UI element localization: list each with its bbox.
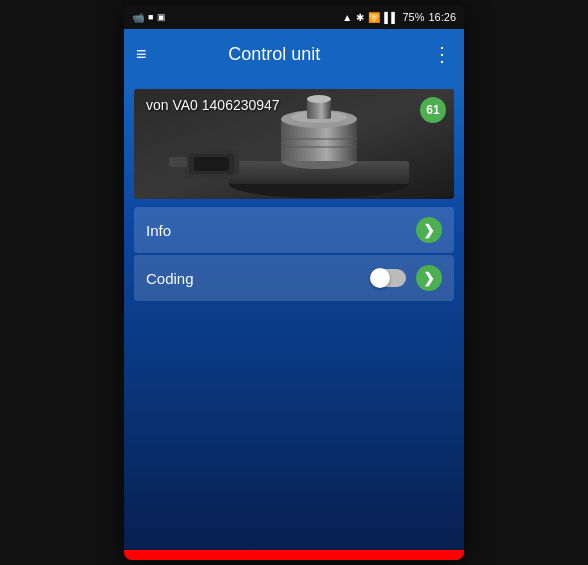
app-bar: ≡ Control unit ⋮ — [124, 29, 464, 79]
more-options-icon[interactable]: ⋮ — [432, 42, 452, 66]
hdmi-icon: ▣ — [157, 12, 166, 22]
toggle-knob — [370, 268, 390, 288]
info-label: Info — [146, 222, 416, 239]
status-bar-right: ▲ ✱ 🛜 ▌▌ 75% 16:26 — [342, 11, 456, 23]
content-area: von VA0 1406230947 61 Info ❯ Coding ❯ — [124, 79, 464, 550]
svg-rect-13 — [194, 157, 229, 171]
camera-icon: ■ — [148, 12, 153, 22]
info-menu-item[interactable]: Info ❯ — [134, 207, 454, 253]
bluetooth-icon: ✱ — [356, 12, 364, 23]
status-bar-left: 📹 ■ ▣ — [132, 12, 166, 23]
coding-label: Coding — [146, 270, 372, 287]
coding-toggle[interactable] — [372, 269, 406, 287]
svg-rect-14 — [169, 157, 187, 167]
toggle-switch[interactable] — [372, 269, 406, 287]
app-bar-title: Control unit — [129, 44, 420, 65]
device-label: von VA0 1406230947 — [146, 97, 280, 113]
status-bar: 📹 ■ ▣ ▲ ✱ 🛜 ▌▌ 75% 16:26 — [124, 5, 464, 29]
clock: 16:26 — [428, 11, 456, 23]
network-bars: ▌▌ — [384, 12, 398, 23]
coding-menu-item[interactable]: Coding ❯ — [134, 255, 454, 301]
signal-icon: ▲ — [342, 12, 352, 23]
battery-level: 75% — [402, 11, 424, 23]
coding-arrow-icon[interactable]: ❯ — [416, 265, 442, 291]
info-arrow-icon[interactable]: ❯ — [416, 217, 442, 243]
device-card[interactable]: von VA0 1406230947 61 — [134, 89, 454, 199]
video-icon: 📹 — [132, 12, 144, 23]
menu-list: Info ❯ Coding ❯ — [124, 207, 464, 301]
device-badge: 61 — [420, 97, 446, 123]
youtube-progress-bar — [124, 550, 464, 560]
svg-point-8 — [307, 95, 331, 103]
phone-frame: 📹 ■ ▣ ▲ ✱ 🛜 ▌▌ 75% 16:26 ≡ Control unit … — [124, 5, 464, 560]
wifi-icon: 🛜 — [368, 12, 380, 23]
